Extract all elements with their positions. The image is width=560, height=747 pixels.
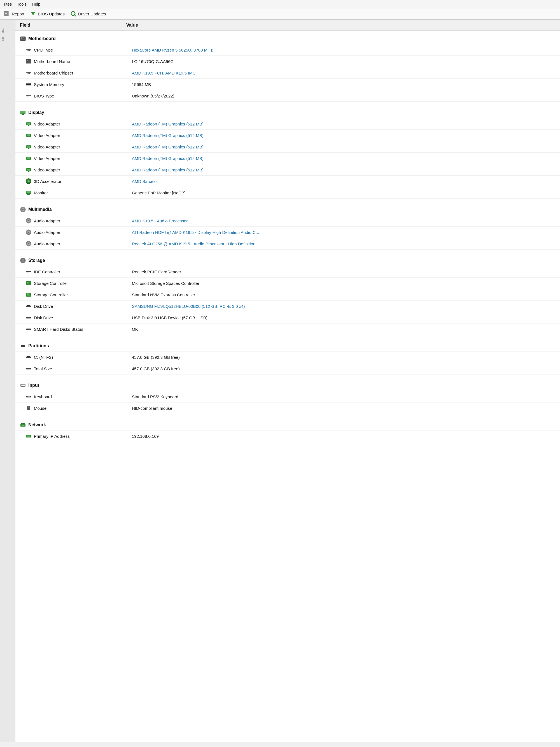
- video-icon-4: [25, 155, 32, 161]
- audio-value-1: AMD K19.5 - Audio Processor: [132, 218, 556, 223]
- multimedia-icon: [20, 206, 26, 213]
- svg-rect-89: [27, 368, 30, 368]
- bios-label: BIOS Updates: [38, 11, 65, 16]
- report-button[interactable]: Report: [4, 11, 24, 17]
- network-label: Network: [28, 422, 46, 428]
- audio-icon-1: [25, 217, 32, 224]
- svg-rect-87: [27, 356, 30, 357]
- svg-rect-79: [26, 306, 31, 307]
- audio-label-2: Audio Adapter: [34, 230, 60, 235]
- spacer-5: [16, 375, 560, 378]
- smart-value: OK: [132, 327, 556, 332]
- svg-rect-2: [5, 12, 8, 13]
- row-keyboard: Keyboard Standard PS/2 Keyboard: [16, 391, 560, 403]
- video-field-2: Video Adapter: [25, 132, 132, 138]
- svg-rect-103: [22, 424, 24, 426]
- svg-rect-82: [27, 317, 30, 317]
- svg-rect-85: [21, 345, 25, 345]
- svg-rect-86: [26, 357, 31, 358]
- bios-updates-button[interactable]: BIOS Updates: [30, 11, 65, 17]
- svg-rect-95: [27, 396, 27, 397]
- row-c-ntfs: C: (NTFS) 457.0 GB (392.3 GB free): [16, 352, 560, 363]
- motherboard-icon: [20, 35, 26, 42]
- svg-rect-75: [27, 284, 30, 284]
- display-field: Display: [20, 109, 126, 116]
- cpu-icon: [25, 47, 32, 53]
- cpu-field: CPU Type: [25, 47, 132, 53]
- menu-rites[interactable]: rites: [4, 2, 12, 6]
- memory-value: 15684 MB: [132, 82, 556, 87]
- c-ntfs-icon: [25, 354, 32, 360]
- driver-search-icon: [70, 11, 76, 17]
- svg-rect-16: [29, 60, 29, 60]
- svg-rect-11: [27, 49, 27, 51]
- disk-icon-1: [25, 303, 32, 309]
- row-audio-1: Audio Adapter AMD K19.5 - Audio Processo…: [16, 215, 560, 227]
- row-total-size: Total Size 457.0 GB (392.3 GB free): [16, 363, 560, 375]
- svg-point-69: [23, 260, 24, 261]
- main-content: ent ter Field Value Motherboard: [0, 20, 560, 742]
- svg-rect-29: [30, 95, 30, 97]
- svg-rect-23: [27, 83, 27, 84]
- disk-label-2: Disk Drive: [34, 315, 53, 320]
- spacer-2: [16, 199, 560, 202]
- svg-rect-97: [29, 396, 30, 397]
- menu-help[interactable]: Help: [32, 2, 40, 6]
- svg-rect-12: [28, 49, 29, 51]
- audio-icon-2: [25, 229, 32, 235]
- svg-rect-72: [30, 271, 30, 273]
- section-display: Display: [16, 105, 560, 118]
- section-multimedia: Multimedia: [16, 202, 560, 215]
- keyboard-label: Keyboard: [34, 394, 52, 399]
- row-disk-2: Disk Drive USB Disk 3.0 USB Device (57 G…: [16, 312, 560, 324]
- row-smart: SMART Hard Disks Status OK: [16, 324, 560, 335]
- disk-field-1: Disk Drive: [25, 303, 132, 309]
- 3d-label: 3D Accelerator: [34, 179, 61, 184]
- cpu-label: CPU Type: [34, 48, 53, 52]
- driver-updates-button[interactable]: Driver Updates: [70, 11, 106, 17]
- spacer-1: [16, 102, 560, 105]
- svg-rect-9: [21, 39, 25, 40]
- video-label-5: Video Adapter: [34, 168, 60, 172]
- row-video-1: Video Adapter AMD Radeon (TM) Graphics (…: [16, 118, 560, 130]
- row-mouse: Mouse HID-compliant mouse: [16, 403, 560, 414]
- monitor-field: Monitor: [25, 190, 132, 196]
- storage-ctrl-value-2: Standard NVM Express Controller: [132, 292, 556, 297]
- svg-rect-42: [28, 148, 29, 149]
- storage-ctrl-icon-2: [25, 291, 32, 298]
- svg-rect-80: [27, 305, 30, 306]
- svg-rect-105: [27, 436, 30, 437]
- bios-icon: [25, 93, 32, 99]
- svg-rect-48: [28, 171, 29, 172]
- video-label-1: Video Adapter: [34, 122, 60, 126]
- svg-rect-83: [26, 329, 31, 330]
- row-primary-ip: Primary IP Address 192.168.0.169: [16, 431, 560, 442]
- storage-ctrl-value-1: Microsoft Storage Spaces Controller: [132, 281, 556, 286]
- svg-rect-20: [28, 72, 29, 74]
- svg-rect-17: [27, 62, 30, 62]
- mouse-label: Mouse: [34, 406, 47, 411]
- section-input: Input: [16, 378, 560, 391]
- disk-field-2: Disk Drive: [25, 314, 132, 321]
- smart-label: SMART Hard Disks Status: [34, 327, 83, 332]
- multimedia-field: Multimedia: [20, 206, 126, 213]
- svg-rect-1: [5, 12, 8, 12]
- input-label: Input: [28, 383, 39, 388]
- video-value-1: AMD Radeon (TM) Graphics (512 MB): [132, 122, 556, 126]
- mouse-icon: [25, 405, 32, 411]
- bios-field: BIOS Type: [25, 93, 132, 99]
- svg-rect-88: [26, 368, 31, 369]
- menu-tools[interactable]: Tools: [17, 2, 27, 6]
- svg-rect-39: [28, 137, 29, 137]
- section-storage: Storage: [16, 253, 560, 266]
- row-disk-1: Disk Drive SAMSUNG MZVLQ512HBLU-00B00 (5…: [16, 301, 560, 312]
- row-monitor: Monitor Generic PnP Monitor [NoDB]: [16, 187, 560, 199]
- chipset-icon: [25, 70, 32, 76]
- svg-point-57: [22, 209, 24, 210]
- multimedia-label: Multimedia: [28, 207, 52, 212]
- mb-name-icon: [25, 58, 32, 65]
- audio-field-1: Audio Adapter: [25, 217, 132, 224]
- row-storage-ctrl-2: Storage Controller Standard NVM Express …: [16, 289, 560, 301]
- svg-rect-3: [5, 14, 7, 14]
- row-memory: System Memory 15684 MB: [16, 79, 560, 90]
